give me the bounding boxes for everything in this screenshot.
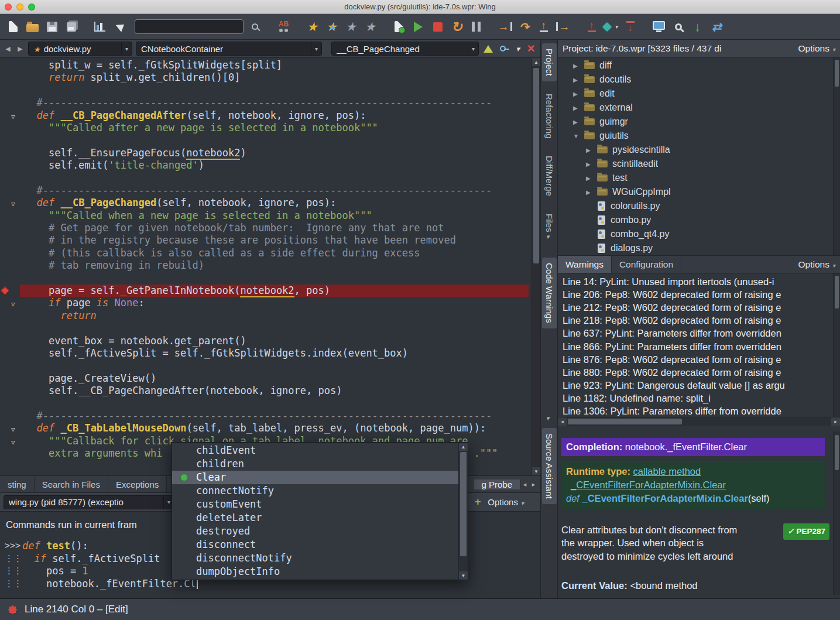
frame-down-icon[interactable] xyxy=(620,17,640,37)
snippet-icon[interactable] xyxy=(389,17,409,37)
code-line[interactable]: # (this callback is also called as a sid… xyxy=(25,247,529,259)
forward-icon[interactable] xyxy=(16,45,25,53)
tree-item-external[interactable]: external xyxy=(558,101,840,115)
code-line[interactable]: def __CB_PageChangedAfter(self, notebook… xyxy=(25,109,529,122)
scrollbar-thumb[interactable] xyxy=(533,68,539,263)
code-line[interactable]: #---------------------------------------… xyxy=(25,410,529,422)
editor-scrollbar[interactable] xyxy=(532,58,540,475)
scroll-up-icon[interactable] xyxy=(532,58,540,66)
goto-pointer-icon[interactable] xyxy=(109,17,129,37)
scroll-left-icon[interactable] xyxy=(558,417,567,426)
expand-arrow-icon[interactable] xyxy=(573,63,584,69)
tab-exceptions[interactable]: Exceptions xyxy=(108,476,167,492)
close-editor-icon[interactable] xyxy=(527,43,534,54)
more-tabs-icon[interactable] xyxy=(546,233,550,241)
more-tabs-icon[interactable] xyxy=(546,415,550,422)
side-tab-source-assistant[interactable]: Source Assistant xyxy=(542,428,557,504)
scroll-up-icon[interactable] xyxy=(459,443,468,451)
tree-item-docutils[interactable]: docutils xyxy=(558,73,840,87)
tree-item-edit[interactable]: edit xyxy=(558,87,840,101)
tree-item-colorutils-py[interactable]: colorutils.py xyxy=(558,199,840,213)
side-tab-project[interactable]: Project xyxy=(542,43,557,81)
fold-arrow-icon[interactable] xyxy=(11,298,15,310)
code-line[interactable] xyxy=(25,84,529,97)
warning-item[interactable]: Line 218: Pep8: W602 deprecated form of … xyxy=(563,314,832,327)
run-to-cursor-icon[interactable] xyxy=(553,17,572,37)
warning-triangle-icon[interactable] xyxy=(484,45,493,53)
save-icon[interactable] xyxy=(42,17,61,37)
code-line[interactable] xyxy=(25,272,529,285)
sync-icon[interactable] xyxy=(707,17,726,37)
fold-arrow-icon[interactable] xyxy=(11,436,15,448)
bookmark-goto-icon[interactable] xyxy=(322,17,341,37)
tabs-scroll-left-icon[interactable] xyxy=(520,481,529,488)
fold-arrow-icon[interactable] xyxy=(11,423,15,436)
expand-arrow-icon[interactable] xyxy=(586,147,597,153)
completion-item-destroyed[interactable]: destroyed xyxy=(172,525,458,538)
step-over-icon[interactable] xyxy=(515,17,534,37)
expand-arrow-icon[interactable] xyxy=(586,175,597,181)
code-line[interactable]: page = self._GetPanelInNotebook(notebook… xyxy=(25,285,529,297)
tab-configuration[interactable]: Configuration xyxy=(612,256,681,273)
code-editor[interactable]: split_w = self._fGtkSplitWidgets[split] … xyxy=(0,58,540,475)
tree-item-pysidescintilla[interactable]: pysidescintilla xyxy=(558,143,840,157)
popup-scrollbar[interactable] xyxy=(458,443,468,580)
warning-item[interactable]: Line 212: Pep8: W602 deprecated form of … xyxy=(563,301,832,314)
tree-item-scintillaedit[interactable]: scintillaedit xyxy=(558,157,840,171)
tree-item-wguicppimpl[interactable]: WGuiCppImpl xyxy=(558,185,840,199)
side-tab-code-warnings[interactable]: Code Warnings xyxy=(542,258,557,328)
console-options-button[interactable]: Options xyxy=(488,497,524,507)
completion-item-childevent[interactable]: childEvent xyxy=(172,444,458,457)
tree-item-test[interactable]: test xyxy=(558,171,840,185)
warning-item[interactable]: Line 206: Pep8: W602 deprecated form of … xyxy=(563,288,832,301)
warning-item[interactable]: Line 637: PyLint: Parameters differ from… xyxy=(563,327,832,340)
warnings-options-button[interactable]: Options xyxy=(798,259,840,270)
code-line[interactable]: if page is None: xyxy=(25,297,529,309)
completion-item-deletelater[interactable]: deleteLater xyxy=(172,511,458,525)
warning-item[interactable]: Line 1306: PyLint: Parameters differ fro… xyxy=(563,405,832,417)
completion-item-dumpobjectinfo[interactable]: dumpObjectInfo xyxy=(172,565,458,578)
code-line[interactable]: # tab removing in rebuild) xyxy=(25,259,529,272)
tree-item-dialogs-py[interactable]: dialogs.py xyxy=(558,241,840,255)
pause-icon[interactable] xyxy=(467,17,486,37)
scrollbar-thumb[interactable] xyxy=(568,419,682,424)
warning-item[interactable]: Line 1182: Undefined name: split_i xyxy=(563,392,832,405)
code-line[interactable]: # Get page for given notebook/tab number… xyxy=(25,222,529,234)
code-line[interactable]: def __CB_PageChanged(self, notebook, ign… xyxy=(25,197,529,209)
expand-arrow-icon[interactable] xyxy=(573,119,584,125)
warnings-hscrollbar[interactable] xyxy=(558,417,840,426)
code-line[interactable]: # in the registry because these are posi… xyxy=(25,234,529,246)
stop-icon[interactable] xyxy=(428,17,447,37)
code-line[interactable]: split_w = self._fGtkSplitWidgets[split] xyxy=(25,59,529,71)
runtime-class-link[interactable]: _CEventFilterForAdapterMixin.Clear xyxy=(571,479,726,490)
add-icon[interactable] xyxy=(475,496,481,508)
update-icon[interactable] xyxy=(688,17,707,37)
restart-icon[interactable] xyxy=(447,17,467,37)
batch-search-icon[interactable] xyxy=(274,17,293,37)
chevron-down-icon[interactable] xyxy=(516,44,520,53)
debug-options-icon[interactable] xyxy=(601,17,620,37)
file-dropdown[interactable]: dockview.py xyxy=(28,42,132,56)
scrollbar-thumb[interactable] xyxy=(835,60,839,87)
code-line[interactable]: return split_w.get_children()[0] xyxy=(25,71,529,84)
tree-item-combo-py[interactable]: combo.py xyxy=(558,213,840,227)
code-line[interactable] xyxy=(25,322,529,334)
tab-search-in-files[interactable]: Search in Files xyxy=(35,476,108,492)
expand-arrow-icon[interactable] xyxy=(573,105,584,111)
completion-item-clear[interactable]: Clear xyxy=(172,471,458,484)
warning-item[interactable]: Line 923: PyLint: Dangerous default valu… xyxy=(563,379,832,392)
code-line[interactable]: return xyxy=(25,310,529,322)
code-line[interactable] xyxy=(25,398,529,410)
save-all-icon[interactable] xyxy=(61,17,81,37)
scroll-right-icon[interactable] xyxy=(831,417,840,426)
expand-arrow-icon[interactable] xyxy=(573,91,584,97)
scroll-down-icon[interactable] xyxy=(532,467,540,475)
expand-arrow-icon[interactable] xyxy=(586,189,597,196)
code-line[interactable]: self.__CB_PageChangedAfter(notebook, ign… xyxy=(25,385,529,397)
tab-warnings[interactable]: Warnings xyxy=(558,256,612,273)
tree-item-combo-qt4-py[interactable]: combo_qt4.py xyxy=(558,227,840,241)
tree-item-diff[interactable]: diff xyxy=(558,59,840,73)
collapse-arrow-icon[interactable] xyxy=(573,133,584,139)
bookmark-icon[interactable] xyxy=(303,17,322,37)
debug-process-dropdown[interactable]: wing.py (pid 85777) (exceptio xyxy=(4,495,174,509)
